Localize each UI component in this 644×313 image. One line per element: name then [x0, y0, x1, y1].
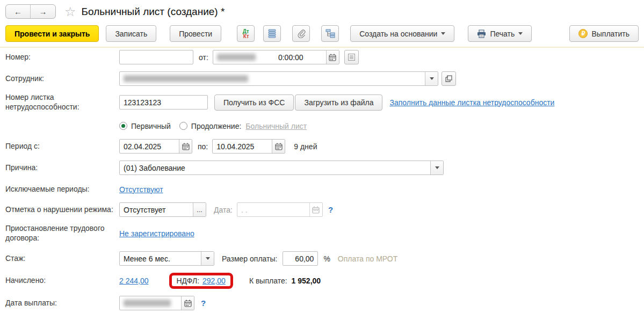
continuation-radio[interactable]	[179, 122, 187, 130]
ndfl-highlight-box: НДФЛ: 292,00	[169, 273, 233, 289]
payout-label: К выплате:	[249, 276, 287, 285]
toolbar: Провести и закрыть Записать Провести ДтК…	[0, 22, 644, 48]
calendar-icon[interactable]	[179, 140, 192, 153]
print-button[interactable]: Печать	[468, 25, 532, 42]
pay-label: Выплатить	[591, 30, 629, 38]
document-time-value: 0:00:00	[256, 53, 326, 62]
violation-help-link[interactable]: ?	[328, 205, 333, 214]
ruble-icon: ₽	[578, 29, 588, 38]
ndfl-amount-link[interactable]: 292,00	[202, 276, 226, 285]
paperclip-icon	[296, 29, 306, 38]
violation-date-label: Дата:	[214, 206, 233, 214]
pay-date-help-link[interactable]: ?	[201, 299, 206, 308]
forward-arrow-icon: →	[39, 7, 47, 16]
open-form-icon	[445, 75, 452, 82]
ndfl-label: НДФЛ:	[177, 276, 200, 285]
pay-size-label: Размер оплаты:	[222, 254, 277, 263]
primary-radio[interactable]	[119, 122, 127, 130]
excluded-periods-label: Исключаемые периоды:	[5, 185, 119, 194]
employee-value-redacted	[124, 75, 248, 82]
employee-dropdown-button[interactable]	[425, 72, 438, 85]
document-form: Номер: от: 0:00:00 Сотрудник:	[0, 48, 644, 310]
period-from-input[interactable]: 02.04.2025	[119, 139, 192, 154]
document-log-button[interactable]	[344, 50, 359, 64]
accrued-amount-link[interactable]: 2 244,00	[119, 276, 149, 285]
radio-selected-dot	[121, 124, 125, 128]
row-reason: Причина: (01) Заболевание	[5, 161, 639, 175]
primary-radio-label: Первичный	[131, 122, 171, 130]
create-based-on-label: Создать на основании	[359, 30, 437, 38]
excluded-periods-link[interactable]: Отсутствуют	[119, 185, 163, 194]
related-documents-button[interactable]	[321, 25, 339, 42]
post-button[interactable]: Провести	[170, 25, 221, 42]
mrot-payment-note: Оплата по МРОТ	[338, 254, 397, 263]
reason-dropdown-button[interactable]	[430, 161, 443, 174]
pay-button[interactable]: ₽ Выплатить	[569, 25, 639, 42]
fill-sick-note-data-link[interactable]: Заполнить данные листка нетрудоспособнос…	[389, 98, 554, 107]
back-button[interactable]: ←	[6, 5, 31, 18]
row-period: Период с: 02.04.2025 по: 10.04.2025 9 дн…	[5, 139, 639, 154]
regime-violation-input[interactable]: Отсутствует ...	[119, 202, 206, 217]
post-and-close-button[interactable]: Провести и закрыть	[5, 25, 99, 42]
period-to-input[interactable]: 10.04.2025	[212, 139, 285, 154]
chevron-down-icon	[441, 32, 445, 35]
chevron-down-icon	[435, 166, 439, 169]
save-button[interactable]: Записать	[106, 25, 156, 42]
titlebar: ← → ☆ Больничный лист (создание) *	[0, 0, 644, 22]
regime-violation-label: Отметка о нарушении режима:	[5, 205, 119, 215]
favorite-star-icon[interactable]: ☆	[64, 5, 76, 18]
row-regime-violation: Отметка о нарушении режима: Отсутствует …	[5, 202, 639, 217]
nav-history-group: ← →	[5, 4, 56, 19]
attachments-button[interactable]	[292, 25, 310, 42]
pay-size-input[interactable]: 60,00	[283, 251, 318, 266]
number-input[interactable]	[119, 50, 193, 64]
employee-label: Сотрудник:	[5, 74, 119, 84]
row-employee: Сотрудник:	[5, 71, 639, 86]
number-label: Номер:	[5, 53, 119, 62]
sick-note-number-input[interactable]: 123123123	[119, 95, 208, 110]
page-title: Больничный лист (создание) *	[82, 6, 225, 18]
register-records-button[interactable]	[263, 25, 281, 42]
contract-suspension-link[interactable]: Не зарегистрировано	[119, 229, 194, 238]
continuation-document-link[interactable]: Больничный лист	[245, 122, 307, 130]
reason-label: Причина:	[5, 163, 119, 173]
row-contract-suspension: Приостановление трудового договора: Не з…	[5, 224, 639, 243]
dt-kt-icon: ДтКт	[243, 29, 249, 39]
document-date-redacted	[217, 54, 256, 61]
load-from-file-button[interactable]: Загрузить из файла	[295, 94, 382, 111]
row-pay-date: Дата выплаты: ?	[5, 296, 639, 310]
row-sick-note-type: Первичный Продолжение: Больничный лист	[5, 119, 639, 133]
calendar-icon[interactable]	[326, 50, 339, 64]
get-from-fss-button[interactable]: Получить из ФСС	[214, 94, 294, 111]
sick-note-label: Номер листка нетрудоспособности:	[5, 93, 119, 112]
row-number: Номер: от: 0:00:00	[5, 50, 639, 64]
period-label: Период с:	[5, 142, 119, 151]
dt-kt-postings-button[interactable]: ДтКт	[237, 25, 255, 42]
document-structure-icon	[325, 29, 335, 38]
row-experience: Стаж: Менее 6 мес. Размер оплаты: 60,00 …	[5, 251, 639, 266]
experience-select[interactable]: Менее 6 мес.	[119, 251, 214, 266]
forward-button[interactable]: →	[31, 5, 55, 18]
chevron-down-icon	[430, 77, 434, 80]
regime-violation-more-button[interactable]: ...	[193, 203, 206, 216]
employee-open-button[interactable]	[442, 71, 456, 86]
continuation-radio-label: Продолжение:	[191, 122, 242, 130]
document-date-input[interactable]: 0:00:00	[213, 50, 339, 64]
reason-select[interactable]: (01) Заболевание	[119, 161, 444, 175]
back-arrow-icon: ←	[14, 7, 22, 16]
pay-date-input[interactable]	[119, 296, 194, 310]
violation-date-input[interactable]: . .	[237, 202, 323, 217]
experience-dropdown-button[interactable]	[201, 252, 214, 265]
row-accrued: Начислено: 2 244,00 НДФЛ: 292,00 К выпла…	[5, 273, 639, 289]
row-sick-note-number: Номер листка нетрудоспособности: 1231231…	[5, 93, 639, 112]
employee-input[interactable]	[119, 71, 438, 86]
accrued-label: Начислено:	[5, 276, 119, 286]
percent-sign: %	[323, 254, 330, 263]
row-excluded-periods: Исключаемые периоды: Отсутствуют	[5, 182, 639, 196]
calendar-icon[interactable]	[181, 296, 194, 310]
chevron-down-icon	[518, 32, 523, 35]
calendar-icon[interactable]	[272, 140, 285, 153]
create-based-on-button[interactable]: Создать на основании	[350, 25, 454, 42]
experience-label: Стаж:	[5, 254, 119, 264]
calendar-icon-disabled	[309, 203, 322, 216]
